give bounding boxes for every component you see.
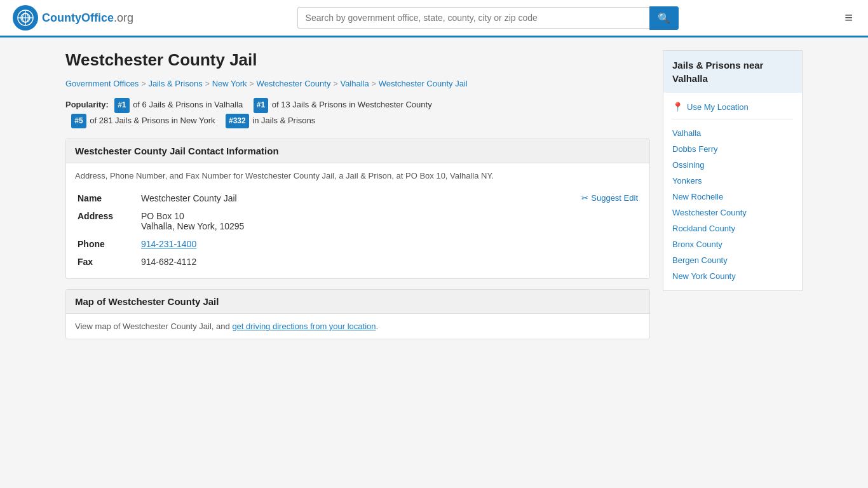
breadcrumb-sep: >	[333, 79, 337, 88]
page-title: Westchester County Jail	[65, 50, 650, 70]
breadcrumb-item-westchester[interactable]: Westchester County	[257, 79, 331, 88]
address-label: Address	[75, 207, 139, 235]
pop-badge-1: #1	[114, 98, 129, 113]
map-section-header: Map of Westchester County Jail	[66, 290, 649, 314]
sidebar-item-ossining[interactable]: Ossining	[672, 157, 793, 173]
table-row: Phone 914-231-1400	[75, 235, 641, 253]
map-section-body: View map of Westchester County Jail, and…	[66, 314, 649, 339]
location-pin-icon: 📍	[672, 102, 683, 112]
logo-area: CountyOffice.org	[13, 5, 133, 30]
main-container: Westchester County Jail Government Offic…	[53, 37, 815, 362]
suggest-edit-label: Suggest Edit	[591, 193, 638, 203]
search-icon: 🔍	[658, 13, 670, 24]
search-button[interactable]: 🔍	[649, 6, 679, 30]
site-header: CountyOffice.org 🔍 ≡	[0, 0, 868, 37]
table-row: Address PO Box 10 Valhalla, New York, 10…	[75, 207, 641, 235]
breadcrumb-item-newyork[interactable]: New York	[212, 79, 247, 88]
table-row: Name Westchester County Jail ✂ Suggest E…	[75, 189, 641, 207]
driving-directions-link[interactable]: get driving directions from your locatio…	[232, 322, 376, 331]
contact-table: Name Westchester County Jail ✂ Suggest E…	[75, 189, 641, 271]
logo-text: CountyOffice.org	[42, 11, 133, 25]
menu-icon: ≡	[844, 10, 853, 25]
pop-badge-3: #5	[71, 114, 86, 129]
breadcrumb-item-jails[interactable]: Jails & Prisons	[148, 79, 202, 88]
sidebar-item-new-rochelle[interactable]: New Rochelle	[672, 189, 793, 205]
breadcrumb-item-jail[interactable]: Westchester County Jail	[379, 79, 468, 88]
suggest-edit-icon: ✂	[581, 193, 588, 203]
breadcrumb-item-valhalla[interactable]: Valhalla	[340, 79, 369, 88]
pop-badge-4: #332	[226, 114, 249, 129]
sidebar-item-new-york-county[interactable]: New York County	[672, 268, 793, 284]
contact-desc: Address, Phone Number, and Fax Number fo…	[75, 171, 641, 180]
sidebar-item-bronx-county[interactable]: Bronx County	[672, 236, 793, 252]
menu-button[interactable]: ≡	[842, 7, 855, 29]
search-area: 🔍	[297, 6, 679, 30]
pop-text-4: in Jails & Prisons	[252, 116, 315, 125]
pop-text-3: of 281 Jails & Prisons in New York	[90, 116, 215, 125]
use-my-location-button[interactable]: 📍 Use My Location	[672, 99, 793, 114]
table-row: Fax 914-682-4112	[75, 253, 641, 271]
breadcrumb-sep: >	[250, 79, 254, 88]
breadcrumb-sep: >	[205, 79, 210, 88]
pop-text-1: of 6 Jails & Prisons in Valhalla	[133, 100, 243, 109]
contact-section: Westchester County Jail Contact Informat…	[65, 139, 650, 279]
breadcrumb-sep: >	[372, 79, 376, 88]
sidebar-item-rockland-county[interactable]: Rockland County	[672, 220, 793, 236]
breadcrumb-sep: >	[141, 79, 146, 88]
name-label: Name	[75, 189, 139, 207]
contact-section-header: Westchester County Jail Contact Informat…	[66, 139, 649, 163]
content-area: Westchester County Jail Government Offic…	[65, 50, 650, 349]
search-input[interactable]	[297, 7, 649, 29]
sidebar-item-yonkers[interactable]: Yonkers	[672, 173, 793, 189]
pop-text-2: of 13 Jails & Prisons in Westchester Cou…	[272, 100, 432, 109]
map-section: Map of Westchester County Jail View map …	[65, 289, 650, 339]
phone-link[interactable]: 914-231-1400	[141, 239, 196, 249]
popularity-section: Popularity: #1 of 6 Jails & Prisons in V…	[65, 97, 650, 128]
fax-label: Fax	[75, 253, 139, 271]
breadcrumb-item-govt[interactable]: Government Offices	[65, 79, 139, 88]
contact-section-body: Address, Phone Number, and Fax Number fo…	[66, 163, 649, 278]
map-desc: View map of Westchester County Jail, and…	[75, 322, 641, 331]
pop-badge-2: #1	[254, 98, 268, 113]
address-value: PO Box 10 Valhalla, New York, 10295	[139, 207, 641, 235]
sidebar-item-dobbs-ferry[interactable]: Dobbs Ferry	[672, 141, 793, 157]
phone-value: 914-231-1400	[139, 235, 641, 253]
suggest-edit-button[interactable]: ✂ Suggest Edit	[581, 193, 638, 203]
fax-value: 914-682-4112	[139, 253, 641, 271]
phone-label: Phone	[75, 235, 139, 253]
logo-icon	[13, 5, 38, 30]
sidebar-divider	[672, 119, 793, 120]
sidebar-title: Jails & Prisons near Valhalla	[663, 51, 802, 93]
popularity-label: Popularity:	[65, 100, 109, 109]
sidebar-body: 📍 Use My Location Valhalla Dobbs Ferry O…	[663, 93, 802, 290]
sidebar-box: Jails & Prisons near Valhalla 📍 Use My L…	[663, 50, 803, 291]
sidebar-item-bergen-county[interactable]: Bergen County	[672, 252, 793, 268]
sidebar-item-valhalla[interactable]: Valhalla	[672, 125, 793, 141]
name-value: Westchester County Jail ✂ Suggest Edit	[139, 189, 641, 207]
breadcrumb: Government Offices > Jails & Prisons > N…	[65, 79, 650, 88]
sidebar-item-westchester-county[interactable]: Westchester County	[672, 205, 793, 220]
sidebar: Jails & Prisons near Valhalla 📍 Use My L…	[663, 50, 803, 349]
